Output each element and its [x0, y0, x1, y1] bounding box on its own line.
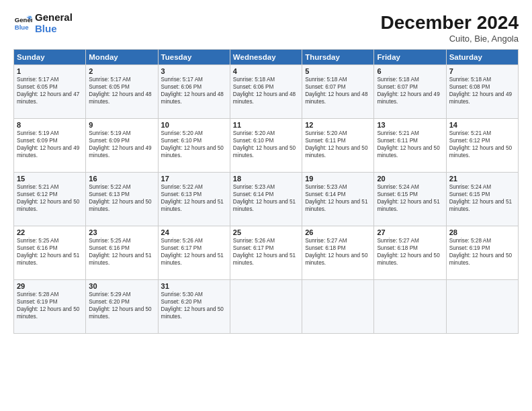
- day-info: Sunrise: 5:27 AM Sunset: 6:18 PM Dayligh…: [305, 237, 371, 267]
- day-number: 17: [161, 175, 227, 183]
- day-number: 4: [233, 67, 299, 75]
- day-number: 3: [161, 67, 227, 75]
- day-number: 14: [449, 121, 515, 129]
- logo-line2: Blue: [35, 23, 57, 34]
- day-info: Sunrise: 5:22 AM Sunset: 6:13 PM Dayligh…: [161, 183, 227, 213]
- logo-line1: General: [35, 12, 73, 24]
- calendar-cell: 28Sunrise: 5:28 AM Sunset: 6:19 PM Dayli…: [446, 226, 518, 280]
- day-info: Sunrise: 5:19 AM Sunset: 6:09 PM Dayligh…: [89, 130, 154, 159]
- weekday-header-saturday: Saturday: [446, 50, 518, 65]
- day-number: 10: [161, 121, 227, 129]
- header: General Blue General Blue December 2024 …: [13, 12, 519, 44]
- day-number: 29: [17, 282, 83, 290]
- calendar-cell: 16Sunrise: 5:22 AM Sunset: 6:13 PM Dayli…: [86, 173, 158, 226]
- day-number: 8: [17, 121, 83, 129]
- day-info: Sunrise: 5:20 AM Sunset: 6:11 PM Dayligh…: [305, 130, 371, 159]
- weekday-header-thursday: Thursday: [302, 50, 374, 65]
- calendar-cell: 22Sunrise: 5:25 AM Sunset: 6:16 PM Dayli…: [14, 226, 86, 280]
- calendar-cell: 25Sunrise: 5:26 AM Sunset: 6:17 PM Dayli…: [230, 226, 302, 280]
- day-number: 13: [377, 121, 443, 129]
- day-number: 19: [305, 175, 371, 183]
- day-number: 30: [89, 282, 154, 290]
- day-info: Sunrise: 5:21 AM Sunset: 6:11 PM Dayligh…: [377, 130, 443, 159]
- title-block: December 2024 Cuito, Bie, Angola: [381, 12, 519, 44]
- weekday-header-tuesday: Tuesday: [158, 50, 230, 65]
- day-info: Sunrise: 5:17 AM Sunset: 6:05 PM Dayligh…: [17, 76, 83, 105]
- day-number: 18: [233, 175, 299, 183]
- calendar-cell: 19Sunrise: 5:23 AM Sunset: 6:14 PM Dayli…: [302, 173, 374, 226]
- day-info: Sunrise: 5:18 AM Sunset: 6:07 PM Dayligh…: [305, 76, 371, 105]
- main-title: December 2024: [381, 12, 519, 34]
- weekday-header-wednesday: Wednesday: [230, 50, 302, 65]
- day-number: 6: [377, 67, 443, 75]
- calendar-cell: 9Sunrise: 5:19 AM Sunset: 6:09 PM Daylig…: [86, 119, 158, 173]
- calendar-cell: [302, 280, 374, 334]
- calendar-cell: 6Sunrise: 5:18 AM Sunset: 6:07 PM Daylig…: [374, 65, 446, 119]
- week-row-2: 8Sunrise: 5:19 AM Sunset: 6:09 PM Daylig…: [14, 119, 519, 173]
- calendar-cell: 31Sunrise: 5:30 AM Sunset: 6:20 PM Dayli…: [158, 280, 230, 334]
- weekday-header-row: SundayMondayTuesdayWednesdayThursdayFrid…: [14, 50, 519, 65]
- day-info: Sunrise: 5:18 AM Sunset: 6:08 PM Dayligh…: [449, 76, 515, 105]
- calendar-cell: 2Sunrise: 5:17 AM Sunset: 6:05 PM Daylig…: [86, 65, 158, 119]
- day-info: Sunrise: 5:24 AM Sunset: 6:15 PM Dayligh…: [377, 183, 443, 213]
- day-info: Sunrise: 5:24 AM Sunset: 6:15 PM Dayligh…: [449, 183, 515, 213]
- day-number: 2: [89, 67, 154, 75]
- day-info: Sunrise: 5:18 AM Sunset: 6:07 PM Dayligh…: [377, 76, 443, 105]
- day-number: 5: [305, 67, 371, 75]
- day-number: 15: [17, 175, 83, 183]
- calendar-cell: 24Sunrise: 5:26 AM Sunset: 6:17 PM Dayli…: [158, 226, 230, 280]
- logo-icon: General Blue: [13, 14, 32, 33]
- calendar-cell: 4Sunrise: 5:18 AM Sunset: 6:06 PM Daylig…: [230, 65, 302, 119]
- day-info: Sunrise: 5:30 AM Sunset: 6:20 PM Dayligh…: [161, 291, 227, 320]
- day-number: 22: [17, 228, 83, 236]
- day-number: 24: [161, 228, 227, 236]
- calendar-cell: 27Sunrise: 5:27 AM Sunset: 6:18 PM Dayli…: [374, 226, 446, 280]
- weekday-header-monday: Monday: [86, 50, 158, 65]
- day-number: 1: [17, 67, 83, 75]
- day-info: Sunrise: 5:18 AM Sunset: 6:06 PM Dayligh…: [233, 76, 299, 105]
- day-info: Sunrise: 5:27 AM Sunset: 6:18 PM Dayligh…: [377, 237, 443, 267]
- calendar-cell: [374, 280, 446, 334]
- calendar-cell: 21Sunrise: 5:24 AM Sunset: 6:15 PM Dayli…: [446, 173, 518, 226]
- logo: General Blue General Blue: [13, 12, 73, 34]
- day-number: 7: [449, 67, 515, 75]
- day-info: Sunrise: 5:23 AM Sunset: 6:14 PM Dayligh…: [233, 183, 299, 213]
- day-info: Sunrise: 5:28 AM Sunset: 6:19 PM Dayligh…: [449, 237, 515, 267]
- calendar-cell: 10Sunrise: 5:20 AM Sunset: 6:10 PM Dayli…: [158, 119, 230, 173]
- calendar-cell: 5Sunrise: 5:18 AM Sunset: 6:07 PM Daylig…: [302, 65, 374, 119]
- calendar-cell: 26Sunrise: 5:27 AM Sunset: 6:18 PM Dayli…: [302, 226, 374, 280]
- calendar: SundayMondayTuesdayWednesdayThursdayFrid…: [13, 49, 519, 334]
- weekday-header-friday: Friday: [374, 50, 446, 65]
- calendar-cell: 18Sunrise: 5:23 AM Sunset: 6:14 PM Dayli…: [230, 173, 302, 226]
- day-number: 25: [233, 228, 299, 236]
- day-number: 11: [233, 121, 299, 129]
- day-number: 20: [377, 175, 443, 183]
- day-number: 28: [449, 228, 515, 236]
- calendar-cell: [230, 280, 302, 334]
- day-info: Sunrise: 5:29 AM Sunset: 6:20 PM Dayligh…: [89, 291, 154, 320]
- day-info: Sunrise: 5:23 AM Sunset: 6:14 PM Dayligh…: [305, 183, 371, 213]
- day-number: 31: [161, 282, 227, 290]
- calendar-cell: 3Sunrise: 5:17 AM Sunset: 6:06 PM Daylig…: [158, 65, 230, 119]
- calendar-cell: 20Sunrise: 5:24 AM Sunset: 6:15 PM Dayli…: [374, 173, 446, 226]
- day-number: 16: [89, 175, 154, 183]
- logo-text: General Blue: [35, 12, 73, 34]
- calendar-cell: 17Sunrise: 5:22 AM Sunset: 6:13 PM Dayli…: [158, 173, 230, 226]
- week-row-1: 1Sunrise: 5:17 AM Sunset: 6:05 PM Daylig…: [14, 65, 519, 119]
- week-row-5: 29Sunrise: 5:28 AM Sunset: 6:19 PM Dayli…: [14, 280, 519, 334]
- day-info: Sunrise: 5:17 AM Sunset: 6:06 PM Dayligh…: [161, 76, 227, 105]
- calendar-cell: 8Sunrise: 5:19 AM Sunset: 6:09 PM Daylig…: [14, 119, 86, 173]
- day-info: Sunrise: 5:26 AM Sunset: 6:17 PM Dayligh…: [233, 237, 299, 267]
- calendar-cell: 14Sunrise: 5:21 AM Sunset: 6:12 PM Dayli…: [446, 119, 518, 173]
- weekday-header-sunday: Sunday: [14, 50, 86, 65]
- day-info: Sunrise: 5:17 AM Sunset: 6:05 PM Dayligh…: [89, 76, 154, 105]
- day-info: Sunrise: 5:26 AM Sunset: 6:17 PM Dayligh…: [161, 237, 227, 267]
- calendar-cell: 29Sunrise: 5:28 AM Sunset: 6:19 PM Dayli…: [14, 280, 86, 334]
- day-number: 27: [377, 228, 443, 236]
- svg-text:Blue: Blue: [15, 23, 29, 30]
- day-info: Sunrise: 5:21 AM Sunset: 6:12 PM Dayligh…: [17, 183, 83, 213]
- day-info: Sunrise: 5:21 AM Sunset: 6:12 PM Dayligh…: [449, 130, 515, 159]
- week-row-3: 15Sunrise: 5:21 AM Sunset: 6:12 PM Dayli…: [14, 173, 519, 226]
- day-number: 12: [305, 121, 371, 129]
- day-number: 9: [89, 121, 154, 129]
